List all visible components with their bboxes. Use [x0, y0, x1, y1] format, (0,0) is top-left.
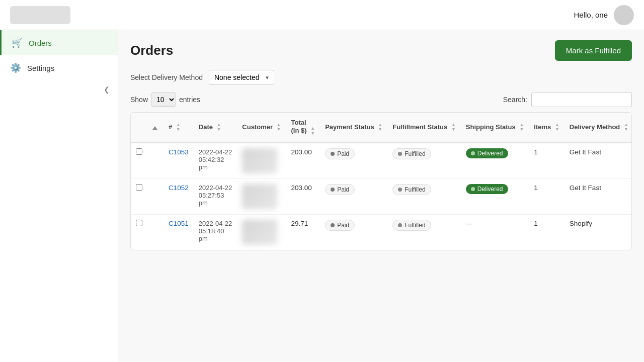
row-checkbox-cell [131, 214, 147, 250]
row-items: 1 [529, 143, 565, 179]
filter-row: Select Delivery Method None selected Get… [130, 70, 632, 85]
fulfillment-sort-icons: ▲▼ [451, 123, 456, 133]
row-payment-status: Paid [320, 178, 387, 214]
row-fulfillment-status: Fulfilled [387, 178, 461, 214]
order-link[interactable]: C1052 [169, 184, 189, 192]
paid-dot [331, 223, 335, 227]
main-content: Orders Mark as Fulfilled Select Delivery… [118, 30, 644, 362]
entries-label: entries [179, 96, 200, 104]
row-order-number: C1053 [164, 143, 194, 179]
col-items-label: Items [534, 123, 551, 131]
sidebar-item-settings-label: Settings [27, 64, 54, 72]
col-payment-status[interactable]: Payment Status ▲▼ [320, 113, 387, 143]
col-delivery-method-label: Delivery Method [570, 123, 620, 131]
row-fulfillment-status: Fulfilled [387, 214, 461, 250]
row-order-number: C1051 [164, 214, 194, 250]
row-date: 2022-04-2205:27:53pm [194, 178, 237, 214]
row-delivery-method: Shopify [565, 214, 632, 250]
col-number[interactable]: # ▲▼ [164, 113, 194, 143]
row-shipping-status: Delivered [461, 178, 529, 214]
col-delivery-method[interactable]: Delivery Method ▲▼ [565, 113, 632, 143]
payment-status-badge: Paid [325, 220, 355, 231]
col-number-label: # [169, 123, 172, 131]
row-delivery-method: Get It Fast [565, 143, 632, 179]
col-fulfillment-status[interactable]: Fulfillment Status ▲▼ [387, 113, 461, 143]
row-date: 2022-04-2205:18:40pm [194, 214, 237, 250]
payment-sort-icons: ▲▼ [378, 123, 382, 133]
items-sort-icons: ▲▼ [555, 123, 559, 133]
shipping-sort-icons: ▲▼ [519, 123, 524, 133]
delivery-method-select[interactable]: None selected Get It Fast Shopify [209, 70, 274, 85]
col-customer-label: Customer [242, 123, 273, 131]
row-shipping-status: --- [461, 214, 529, 250]
search-group: Search: [503, 92, 632, 107]
orders-table-wrapper: # ▲▼ Date ▲▼ Customer ▲▼ Total(in $) [130, 112, 632, 250]
row-fulfillment-status: Fulfilled [387, 143, 461, 179]
payment-status-badge: Paid [325, 148, 355, 159]
row-checkbox[interactable] [136, 184, 142, 191]
row-sort-cell [147, 214, 164, 250]
col-date[interactable]: Date ▲▼ [194, 113, 237, 143]
row-customer [237, 178, 286, 214]
col-customer[interactable]: Customer ▲▼ [237, 113, 286, 143]
sort-up-icon [152, 126, 157, 130]
total-sort-icons: ▲▼ [310, 126, 315, 136]
fulfilled-dot [398, 152, 402, 156]
row-checkbox[interactable] [136, 220, 142, 226]
fulfillment-status-badge: Fulfilled [392, 148, 431, 159]
col-sort[interactable] [147, 113, 164, 143]
customer-sort-icons: ▲▼ [277, 123, 281, 133]
col-shipping-status[interactable]: Shipping Status ▲▼ [461, 113, 529, 143]
col-fulfillment-status-label: Fulfillment Status [392, 123, 447, 131]
row-order-number: C1052 [164, 178, 194, 214]
order-link[interactable]: C1053 [169, 148, 189, 156]
customer-blur [242, 184, 277, 209]
layout: 🛒 Orders ⚙️ Settings ❮ Orders Mark as Fu… [0, 30, 644, 362]
col-checkbox [131, 113, 147, 143]
shipping-status-text: --- [466, 220, 473, 227]
row-checkbox-cell [131, 143, 147, 179]
shipping-status-badge: Delivered [466, 184, 508, 194]
row-customer [237, 214, 286, 250]
order-link[interactable]: C1051 [169, 220, 189, 227]
number-sort-icons: ▲▼ [176, 123, 181, 133]
fulfilled-dot [398, 188, 402, 192]
mark-as-fulfilled-button[interactable]: Mark as Fulfilled [555, 40, 632, 61]
delivery-method-filter-label: Select Delivery Method [130, 73, 203, 81]
sidebar-item-orders-label: Orders [29, 39, 52, 47]
col-total[interactable]: Total(in $) ▲▼ [286, 113, 320, 143]
sidebar-collapse-button[interactable]: ❮ [0, 80, 118, 99]
row-items: 1 [529, 178, 565, 214]
col-date-label: Date [199, 123, 213, 131]
sidebar: 🛒 Orders ⚙️ Settings ❮ [0, 30, 118, 362]
row-date: 2022-04-2205:42:32pm [194, 143, 237, 179]
paid-dot [331, 152, 335, 156]
fulfilled-dot [398, 223, 402, 227]
row-items: 1 [529, 214, 565, 250]
paid-dot [331, 188, 335, 192]
show-entries-control: Show 10 25 50 entries [130, 93, 200, 107]
table-row: C1051 2022-04-2205:18:40pm 29.71 Paid Fu… [131, 214, 632, 250]
row-checkbox[interactable] [136, 148, 142, 155]
sidebar-item-orders[interactable]: 🛒 Orders [0, 30, 118, 55]
col-shipping-status-label: Shipping Status [466, 123, 516, 131]
topbar: Hello, one [0, 0, 644, 30]
fulfillment-status-badge: Fulfilled [392, 184, 431, 195]
sidebar-item-settings[interactable]: ⚙️ Settings [0, 55, 118, 80]
shipping-status-badge: Delivered [466, 148, 508, 158]
delivery-sort-icons: ▲▼ [624, 123, 628, 133]
show-entries-select[interactable]: 10 25 50 [151, 93, 176, 107]
delivery-method-select-wrapper: None selected Get It Fast Shopify [209, 70, 274, 85]
col-payment-status-label: Payment Status [325, 123, 374, 131]
search-input[interactable] [531, 92, 632, 107]
col-items[interactable]: Items ▲▼ [529, 113, 565, 143]
user-avatar[interactable] [614, 5, 634, 25]
delivered-dot [471, 151, 475, 155]
collapse-icon: ❮ [104, 85, 110, 94]
delivered-dot [471, 187, 475, 191]
search-label: Search: [503, 96, 527, 104]
customer-blur [242, 148, 277, 173]
topbar-right: Hello, one [574, 5, 634, 25]
greeting-text: Hello, one [574, 11, 608, 19]
row-total: 29.71 [286, 214, 320, 250]
